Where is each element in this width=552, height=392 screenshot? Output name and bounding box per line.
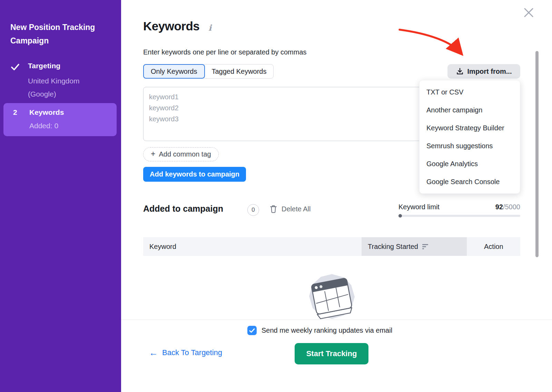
checkmark-icon	[249, 328, 255, 333]
keyword-limit-progress-dot	[398, 214, 402, 218]
targeting-summary: United Kingdom (Google)	[28, 74, 107, 101]
added-to-campaign-title: Added to campaign	[143, 204, 223, 214]
back-to-targeting-link[interactable]: ← Back To Targeting	[149, 348, 222, 357]
tab-only-keywords[interactable]: Only Keywords	[143, 64, 205, 79]
menu-item-google-search-console[interactable]: Google Search Console	[420, 173, 520, 191]
step-keywords-label: Keywords	[29, 108, 64, 117]
close-icon[interactable]	[522, 6, 535, 19]
keywords-added-count: Added: 0	[29, 122, 58, 130]
email-updates-row: Send me weekly ranking updates via email	[247, 326, 392, 335]
email-updates-label: Send me weekly ranking updates via email	[262, 326, 392, 334]
vertical-scrollbar-thumb[interactable]	[535, 51, 539, 257]
import-from-menu: TXT or CSV Another campaign Keyword Stra…	[419, 80, 520, 194]
sidebar-step-targeting[interactable]: Targeting	[28, 62, 60, 70]
add-common-tag-button[interactable]: + Add common tag	[143, 147, 219, 161]
keywords-instructions: Enter keywords one per line or separated…	[143, 48, 307, 56]
start-tracking-button[interactable]: Start Tracking	[295, 343, 368, 364]
sort-descending-icon	[422, 244, 428, 249]
keyword-limit-value: 92/5000	[448, 203, 520, 211]
keywords-table-header: Keyword Tracking Started Action	[143, 237, 520, 256]
wizard-title: New Position Tracking Campaign	[10, 21, 114, 48]
added-count-badge: 0	[247, 204, 259, 216]
email-updates-checkbox[interactable]	[247, 326, 257, 335]
back-arrow-icon: ←	[149, 348, 158, 357]
menu-item-keyword-strategy-builder[interactable]: Keyword Strategy Builder	[420, 119, 520, 137]
menu-item-semrush-suggestions[interactable]: Semrush suggestions	[420, 137, 520, 155]
info-icon[interactable]: i	[208, 23, 211, 33]
keyword-mode-tabs: Only Keywords Tagged Keywords	[143, 64, 274, 79]
wizard-sidebar: New Position Tracking Campaign Targeting…	[0, 0, 121, 392]
check-icon	[11, 62, 20, 73]
tab-tagged-keywords[interactable]: Tagged Keywords	[203, 64, 274, 79]
column-keyword: Keyword	[143, 237, 362, 256]
keyword-limit-progressbar[interactable]	[398, 215, 520, 217]
menu-item-txt-or-csv[interactable]: TXT or CSV	[420, 83, 520, 101]
keyword-limit-label: Keyword limit	[398, 203, 440, 211]
import-from-button[interactable]: Import from...	[447, 64, 520, 79]
page-title: Keywords	[143, 19, 199, 33]
add-keywords-to-campaign-button[interactable]: Add keywords to campaign	[143, 167, 246, 182]
menu-item-another-campaign[interactable]: Another campaign	[420, 101, 520, 119]
column-tracking-started[interactable]: Tracking Started	[362, 237, 467, 256]
menu-item-google-analytics[interactable]: Google Analytics	[420, 155, 520, 173]
step-number: 2	[13, 108, 17, 117]
delete-all-button[interactable]: Delete All	[270, 205, 311, 213]
download-icon	[456, 68, 464, 75]
trash-icon	[270, 205, 277, 213]
column-action: Action	[467, 237, 520, 256]
plus-icon: +	[151, 150, 155, 158]
empty-state-illustration	[306, 270, 358, 324]
